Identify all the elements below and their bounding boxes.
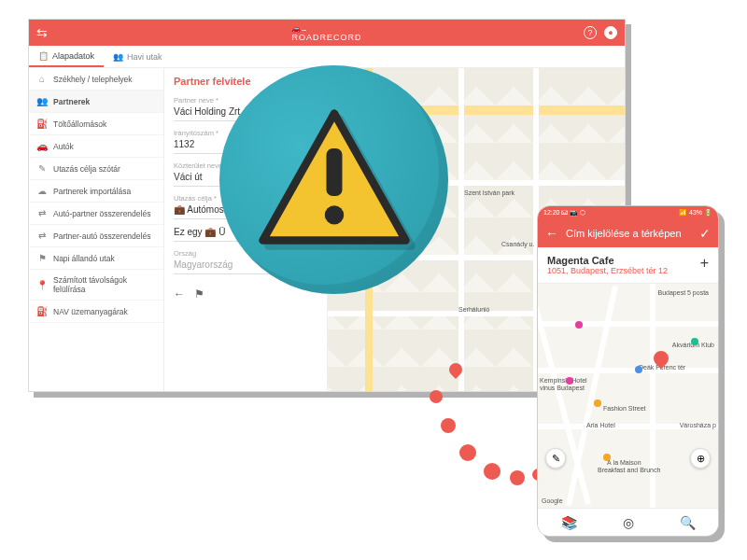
sidebar-item-partners[interactable]: 👥Partnerek (29, 91, 163, 113)
sidebar-item-hq[interactable]: ⌂Székhely / telephelyek (29, 68, 163, 91)
users-icon: 👥 (36, 96, 48, 106)
pencil-icon: ✎ (36, 163, 48, 174)
poi-dot (594, 399, 601, 407)
sidebar-item-nav[interactable]: ⛽NAV üzemanyagárak (29, 301, 163, 323)
phone-map[interactable]: Budapest 5 posta Deák Ferenc tér Fashion… (538, 284, 718, 508)
help-icon[interactable]: ? (584, 26, 597, 39)
fuel-icon: ⛽ (36, 119, 48, 129)
tab-monthly[interactable]: 👥 Havi utak (104, 46, 172, 67)
map-label: Aria Hotel (586, 422, 615, 428)
map-label: Serhálunió (458, 306, 489, 313)
flag-icon[interactable]: ⚑ (194, 287, 204, 301)
svg-rect-1 (326, 148, 342, 196)
clipboard-icon: 📋 (38, 51, 49, 61)
phone-header: ← Cím kijelölése a térképen ✓ (538, 219, 718, 247)
google-attrib: Google (542, 497, 563, 504)
link-icon: ⇄ (36, 231, 48, 241)
map-label: Szent István park (464, 189, 514, 196)
map-label: Breakfast and Brunch (598, 467, 660, 473)
warning-triangle-icon (255, 101, 414, 259)
fuel-icon: ⛽ (36, 306, 48, 316)
map-label: Budapest 5 posta (658, 289, 710, 296)
confirm-check-icon[interactable]: ✓ (699, 226, 711, 241)
sidebar-item-stations[interactable]: ⛽Töltőállomások (29, 113, 163, 135)
sidebar-item-distance[interactable]: 📍Számított távolságok felülírása (29, 270, 163, 301)
account-icon[interactable]: ● (604, 26, 617, 39)
poi-dot (575, 321, 583, 329)
sidebar: ⌂Székhely / telephelyek 👥Partnerek ⛽Tölt… (29, 68, 164, 391)
map-label: vinus Budapest (540, 385, 585, 391)
menu-toggle-icon[interactable]: ⇆ (36, 25, 48, 40)
map-label: Csanády u. (501, 241, 534, 247)
flag-icon: ⚑ (36, 253, 48, 263)
target-icon[interactable]: ◎ (623, 515, 634, 530)
map-label: Kempinski Hotel (540, 377, 587, 384)
home-icon: ⌂ (36, 74, 48, 84)
map-label: Városháza p (680, 422, 716, 428)
app-header: ⇆ 🚗⎽ ROADRECORD ? ● (29, 20, 625, 46)
tab-basedata[interactable]: 📋 Alapadatok (29, 46, 104, 67)
sidebar-item-dict[interactable]: ✎Utazás célja szótár (29, 158, 163, 180)
phone-title: Cím kijelölése a térképen (566, 228, 682, 239)
link-icon: ⇄ (36, 208, 48, 218)
fab-edit[interactable]: ✎ (545, 448, 566, 469)
layers-icon[interactable]: 📚 (561, 515, 577, 530)
place-title: Magenta Cafe (547, 255, 709, 266)
fab-locate[interactable]: ⊕ (690, 448, 711, 469)
poi-dot (635, 366, 642, 373)
back-arrow-icon[interactable]: ← (174, 287, 185, 301)
poi-dot (691, 338, 698, 345)
poi-dot (603, 454, 611, 461)
pin-icon: 📍 (36, 280, 48, 290)
phone-bottom-nav: 📚 ◎ 🔍 (538, 508, 718, 536)
back-arrow-icon[interactable]: ← (545, 226, 558, 241)
map-label: Fashion Street (603, 405, 646, 412)
car-icon: 🚗 (36, 141, 48, 151)
sidebar-item-carpartner[interactable]: ⇄Autó-partner összerendelés (29, 203, 163, 225)
route-icon: 👥 (113, 52, 123, 62)
search-icon[interactable]: 🔍 (680, 515, 696, 530)
cloud-icon: ☁ (36, 186, 48, 196)
sidebar-item-cars[interactable]: 🚗Autók (29, 135, 163, 158)
svg-point-2 (324, 205, 343, 224)
sidebar-item-partnercar[interactable]: ⇄Partner-autó összerendelés (29, 225, 163, 247)
warning-badge (219, 65, 448, 294)
phone-statusbar: 12:20 🖂 📷 ⬡ 📶 43% 🔋 (538, 206, 718, 219)
place-card: + Magenta Cafe 1051, Budapest, Erzsébet … (538, 247, 718, 284)
phone-device: 12:20 🖂 📷 ⬡ 📶 43% 🔋 ← Cím kijelölése a t… (537, 205, 719, 537)
poi-dot (566, 377, 573, 385)
map-label: À la Maison (607, 459, 641, 466)
add-place-icon[interactable]: + (700, 255, 709, 272)
sidebar-item-daily[interactable]: ⚑Napi állandó utak (29, 247, 163, 270)
brand-logo: 🚗⎽ ROADRECORD (291, 23, 361, 42)
place-address: 1051, Budapest, Erzsébet tér 12 (547, 266, 709, 275)
sidebar-item-import[interactable]: ☁Partnerek importálása (29, 180, 163, 203)
